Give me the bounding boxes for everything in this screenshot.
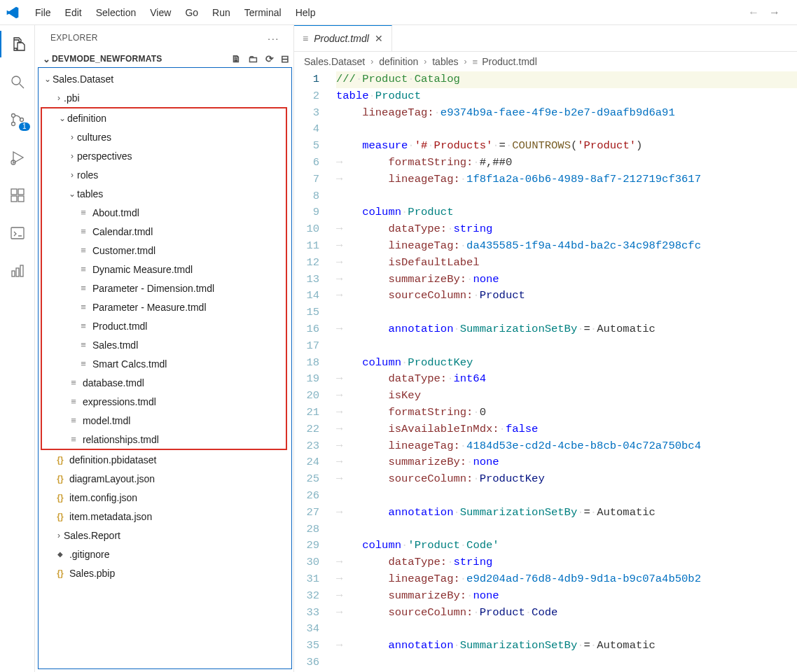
svg-rect-12 xyxy=(20,265,23,276)
menu-run[interactable]: Run xyxy=(205,4,237,21)
refresh-icon[interactable]: ⟳ xyxy=(265,53,274,64)
svg-point-0 xyxy=(12,76,20,85)
explorer-more-icon[interactable]: ··· xyxy=(268,32,279,44)
new-file-icon[interactable]: 🗎 xyxy=(231,53,241,64)
breadcrumb: tables xyxy=(432,56,458,67)
file-icon: ≡ xyxy=(67,415,80,426)
file-icon: ≡ xyxy=(67,434,80,444)
line-numbers: 1234567891011121314151617181920212223242… xyxy=(294,71,331,672)
tree-folder[interactable]: ›Sales.Report xyxy=(39,526,291,545)
file-icon: ≡ xyxy=(303,33,308,44)
breadcrumb: ≡Product.tmdl xyxy=(473,56,537,67)
highlighted-definition-folder: ⌄definition ›cultures›perspectives›roles… xyxy=(41,107,287,450)
breadcrumbs[interactable]: Sales.Dataset› definition› tables› ≡Prod… xyxy=(294,52,797,71)
tree-folder[interactable]: ⌄Sales.Dataset xyxy=(39,69,291,88)
editor-tabs: ≡ Product.tmdl ✕ xyxy=(294,25,797,52)
tree-file[interactable]: ≡ About.tmdl xyxy=(42,203,286,222)
workspace-name: DEVMODE_NEWFORMATS xyxy=(52,54,162,64)
file-icon: ≡ xyxy=(77,358,90,369)
svg-rect-9 xyxy=(11,227,24,239)
file-icon: ≡ xyxy=(77,302,90,312)
nav-forward-icon[interactable]: → xyxy=(769,6,780,19)
nav-arrows: ← → xyxy=(748,6,791,19)
file-icon: ≡ xyxy=(67,377,80,388)
code-content[interactable]: ///·Product·Catalogtable·Product lineage… xyxy=(331,71,797,672)
file-icon: ≡ xyxy=(77,321,90,331)
tree-folder[interactable]: ›.pbi xyxy=(39,88,291,107)
menu-selection[interactable]: Selection xyxy=(89,4,144,21)
tab-product-tmdl[interactable]: ≡ Product.tmdl ✕ xyxy=(294,25,392,51)
tree-folder[interactable]: ⌄tables xyxy=(42,184,286,203)
file-icon: ≡ xyxy=(67,396,80,407)
file-icon: ≡ xyxy=(473,57,478,67)
tree-file[interactable]: ≡ Product.tmdl xyxy=(42,316,286,335)
chevron-down-icon: ⌄ xyxy=(42,54,52,64)
tree-file[interactable]: ≡ Dynamic Measure.tmdl xyxy=(42,260,286,279)
tab-label: Product.tmdl xyxy=(314,33,369,44)
tree-file[interactable]: ≡ Customer.tmdl xyxy=(42,241,286,260)
source-control-badge: 1 xyxy=(19,122,30,131)
tree-folder[interactable]: ›roles xyxy=(42,165,286,184)
file-tree: ⌄Sales.Dataset ›.pbi ⌄definition ›cultur… xyxy=(38,67,292,669)
tree-file[interactable]: {} diagramLayout.json xyxy=(39,469,291,488)
activity-terminal-icon[interactable] xyxy=(8,224,27,242)
close-icon[interactable]: ✕ xyxy=(375,33,383,44)
tree-file[interactable]: {} item.config.json xyxy=(39,488,291,507)
tree-file[interactable]: ≡ Parameter - Dimension.tmdl xyxy=(42,279,286,298)
new-folder-icon[interactable]: 🗀 xyxy=(248,53,258,64)
tree-file[interactable]: ≡ relationships.tmdl xyxy=(42,430,286,449)
tree-file[interactable]: {} Sales.pbip xyxy=(39,564,291,582)
menu-go[interactable]: Go xyxy=(178,4,205,21)
breadcrumb: Sales.Dataset xyxy=(304,56,365,67)
gitignore-icon: ◆ xyxy=(54,550,67,558)
svg-rect-5 xyxy=(11,189,17,195)
tree-file[interactable]: ≡ model.tmdl xyxy=(42,411,286,430)
collapse-all-icon[interactable]: ⊟ xyxy=(281,53,289,64)
activity-search-icon[interactable] xyxy=(8,73,27,91)
tree-file[interactable]: ◆ .gitignore xyxy=(39,545,291,564)
nav-back-icon[interactable]: ← xyxy=(748,6,759,19)
tree-folder[interactable]: ›perspectives xyxy=(42,146,286,165)
tree-folder[interactable]: ›cultures xyxy=(42,127,286,146)
tree-file[interactable]: ≡ expressions.tmdl xyxy=(42,392,286,411)
activity-source-control-icon[interactable]: 1 xyxy=(8,111,27,129)
file-icon: ≡ xyxy=(77,340,90,350)
svg-rect-11 xyxy=(16,268,19,276)
menu-view[interactable]: View xyxy=(143,4,178,21)
tree-file[interactable]: ≡ Sales.tmdl xyxy=(42,335,286,354)
explorer-header: EXPLORER ··· xyxy=(35,25,293,50)
file-icon: ≡ xyxy=(77,264,90,274)
json-icon: {} xyxy=(54,493,67,503)
svg-rect-10 xyxy=(12,271,15,276)
activity-powerbi-icon[interactable] xyxy=(8,262,27,280)
activity-explorer-icon[interactable] xyxy=(8,35,27,53)
svg-rect-7 xyxy=(11,196,17,202)
file-icon: ≡ xyxy=(77,245,90,255)
file-icon: ≡ xyxy=(77,226,90,237)
tree-file[interactable]: {} definition.pbidataset xyxy=(39,450,291,469)
menu-help[interactable]: Help xyxy=(289,4,323,21)
editor-area: ≡ Product.tmdl ✕ Sales.Dataset› definiti… xyxy=(294,25,797,672)
tree-file[interactable]: ≡ Smart Calcs.tmdl xyxy=(42,354,286,373)
explorer-title: EXPLORER xyxy=(50,33,98,43)
tree-file[interactable]: ≡ Calendar.tmdl xyxy=(42,222,286,241)
tree-file[interactable]: {} item.metadata.json xyxy=(39,507,291,526)
activity-run-debug-icon[interactable] xyxy=(8,148,27,167)
breadcrumb: definition xyxy=(379,56,418,67)
file-icon: ≡ xyxy=(77,207,90,218)
tree-file[interactable]: ≡ Parameter - Measure.tmdl xyxy=(42,298,286,316)
menubar: FileEditSelectionViewGoRunTerminalHelp ←… xyxy=(0,0,797,25)
menu-edit[interactable]: Edit xyxy=(58,4,89,21)
activity-extensions-icon[interactable] xyxy=(8,186,27,204)
code-editor[interactable]: 1234567891011121314151617181920212223242… xyxy=(294,71,797,672)
menu-file[interactable]: File xyxy=(28,4,58,21)
svg-rect-6 xyxy=(18,189,24,195)
menu-terminal[interactable]: Terminal xyxy=(237,4,289,21)
tree-file[interactable]: ≡ database.tmdl xyxy=(42,373,286,392)
activity-bar: 1 xyxy=(0,25,35,672)
svg-point-1 xyxy=(11,114,15,118)
json-icon: {} xyxy=(54,568,67,578)
svg-rect-8 xyxy=(18,196,24,202)
tree-folder[interactable]: ⌄definition xyxy=(42,108,286,127)
folder-section-header[interactable]: ⌄ DEVMODE_NEWFORMATS 🗎 🗀 ⟳ ⊟ xyxy=(35,50,293,67)
